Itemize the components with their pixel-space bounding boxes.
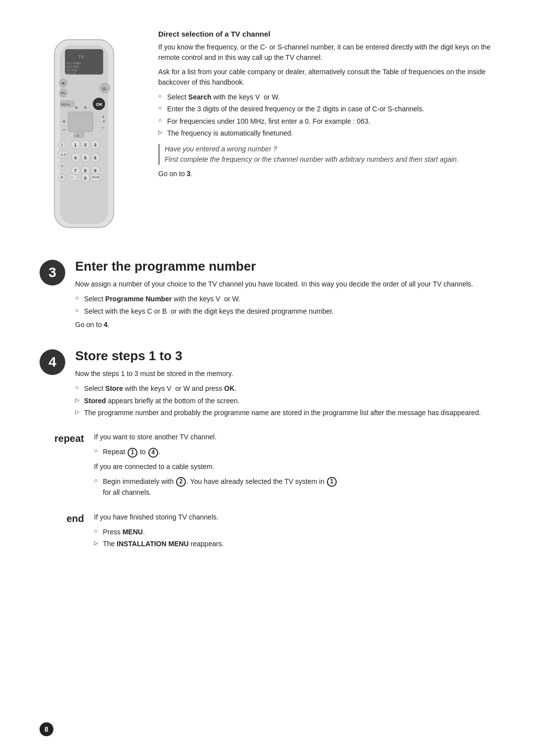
- svg-text:TV: TV: [78, 54, 84, 59]
- step3-content: Enter the programme number Now assign a …: [75, 259, 494, 333]
- end-para: If you have finished storing TV channels…: [94, 512, 494, 522]
- svg-text:2: 2: [84, 142, 87, 147]
- page-number: 8: [40, 722, 53, 736]
- step3-bullet2: Select with the keys C or B or with the …: [75, 306, 494, 317]
- step3-bullet1: Select Programme Number with the keys V …: [75, 293, 494, 304]
- repeat-section: repeat If you want to store another TV c…: [40, 432, 494, 502]
- step3-para: Now assign a number of your choice to th…: [75, 279, 494, 289]
- svg-text:6: 6: [94, 155, 96, 160]
- svg-text:5: 5: [84, 155, 87, 160]
- svg-text:−: −: [62, 126, 66, 133]
- svg-text:1-II: 1-II: [61, 153, 66, 156]
- italic-line1: Have you entered a wrong number ?: [165, 144, 494, 154]
- svg-text:AMP   CD: AMP CD: [66, 72, 76, 75]
- svg-text:C: C: [61, 164, 64, 168]
- svg-text:9: 9: [94, 168, 96, 173]
- svg-text:1: 1: [74, 142, 77, 147]
- repeat-bullet2: Begin immediately with 2. You have alrea…: [94, 476, 494, 498]
- repeat-para2: If you are connected to a cable system.: [94, 462, 494, 472]
- direct-selection-content: Direct selection of a TV channel If you …: [158, 30, 494, 244]
- svg-text:P+P: P+P: [92, 176, 99, 179]
- svg-text:+: +: [62, 118, 66, 125]
- step3-title: Enter the programme number: [75, 259, 494, 274]
- end-bullet1: Press MENU.: [94, 526, 494, 537]
- go-on-3: Go on to 3.: [158, 170, 494, 178]
- repeat-bullet-list2: Begin immediately with 2. You have alrea…: [94, 476, 494, 498]
- italic-note: Have you entered a wrong number ? First …: [158, 144, 494, 165]
- end-section: end If you have finished storing TV chan…: [40, 512, 494, 554]
- step4-title: Store steps 1 to 3: [75, 348, 494, 364]
- svg-text:TV: TV: [61, 92, 65, 95]
- svg-text:MENU: MENU: [61, 103, 70, 106]
- circled-2: 2: [176, 477, 186, 487]
- repeat-bullet1: Repeat 1 to 4.: [94, 446, 494, 457]
- page-container: TV CR 1 TUNER CR 2 TAPE SAT DISC AMP CD …: [0, 0, 534, 756]
- svg-text:4: 4: [74, 155, 77, 160]
- italic-line2: First complete the frequency or the chan…: [165, 154, 494, 165]
- step4-circle: 4: [40, 349, 65, 375]
- bullet-search: Select Search with the keys V or W.: [158, 92, 494, 102]
- svg-rect-20: [68, 112, 93, 132]
- svg-text:7: 7: [74, 168, 77, 173]
- go-on-4: Go on to 4.: [75, 321, 494, 329]
- svg-text:+: +: [102, 114, 105, 120]
- svg-text:B: B: [75, 105, 78, 110]
- svg-text:OK: OK: [96, 102, 103, 107]
- svg-text:P: P: [103, 120, 105, 123]
- bullet-100mhz: For frequencies under 100 MHz, first ent…: [158, 116, 494, 127]
- step3-circle: 3: [40, 260, 65, 285]
- circled-1b: 1: [327, 477, 337, 487]
- end-content: If you have finished storing TV channels…: [94, 512, 494, 554]
- bullet-3digits: Enter the 3 digits of the desired freque…: [158, 103, 494, 114]
- step4-bullet3: The programme number and probably the pr…: [75, 407, 494, 418]
- svg-rect-54: [68, 174, 77, 181]
- direct-para1: If you know the frequency, or the C- or …: [158, 42, 494, 63]
- step4-content: Store steps 1 to 3 Now the steps 1 to 3 …: [75, 348, 494, 422]
- step3-section: 3 Enter the programme number Now assign …: [40, 259, 494, 333]
- svg-text:SAT   DISC: SAT DISC: [66, 69, 78, 72]
- step4-bullet1: Select Store with the keys V or W and pr…: [75, 383, 494, 394]
- step4-bullet2: Stored appears briefly at the bottom of …: [75, 395, 494, 406]
- svg-text:M: M: [62, 82, 65, 85]
- svg-text:B: B: [84, 105, 87, 110]
- step4-section: 4 Store steps 1 to 3 Now the steps 1 to …: [40, 348, 494, 422]
- step4-bullets: Select Store with the keys V or W and pr…: [75, 383, 494, 418]
- end-bullet2: The INSTALLATION MENU reappears.: [94, 538, 494, 549]
- circled-4: 4: [148, 448, 158, 458]
- svg-text:1: 1: [61, 142, 63, 147]
- direct-selection-title: Direct selection of a TV channel: [158, 30, 494, 38]
- svg-text:8: 8: [84, 168, 87, 173]
- circled-1a: 1: [128, 448, 137, 458]
- repeat-content: If you want to store another TV channel.…: [94, 432, 494, 502]
- svg-text:8: 8: [61, 175, 63, 180]
- svg-text:CR 1  TUNER: CR 1 TUNER: [66, 62, 81, 65]
- direct-para2: Ask for a list from your cable company o…: [158, 67, 494, 88]
- svg-text:0: 0: [84, 176, 87, 181]
- direct-bullet-list: Select Search with the keys V or W. Ente…: [158, 92, 494, 139]
- svg-text:3: 3: [94, 142, 96, 147]
- svg-text:⏻: ⏻: [102, 87, 106, 91]
- bullet-finetuned: The frequency is automatically finetuned…: [158, 128, 494, 139]
- remote-illustration: TV CR 1 TUNER CR 2 TAPE SAT DISC AMP CD …: [40, 35, 138, 244]
- svg-text:«K: «K: [76, 134, 79, 137]
- svg-text:CR 2  TAPE: CR 2 TAPE: [66, 65, 79, 68]
- repeat-para1: If you want to store another TV channel.: [94, 432, 494, 442]
- step3-bullets: Select Programme Number with the keys V …: [75, 293, 494, 317]
- end-bullets: Press MENU. The INSTALLATION MENU reappe…: [94, 526, 494, 550]
- top-section: TV CR 1 TUNER CR 2 TAPE SAT DISC AMP CD …: [40, 30, 494, 244]
- step4-para: Now the steps 1 to 3 must be stored in t…: [75, 369, 494, 379]
- svg-text:−: −: [102, 125, 105, 131]
- repeat-bullet-list1: Repeat 1 to 4.: [94, 446, 494, 457]
- end-label: end: [40, 512, 84, 524]
- repeat-label: repeat: [40, 432, 84, 444]
